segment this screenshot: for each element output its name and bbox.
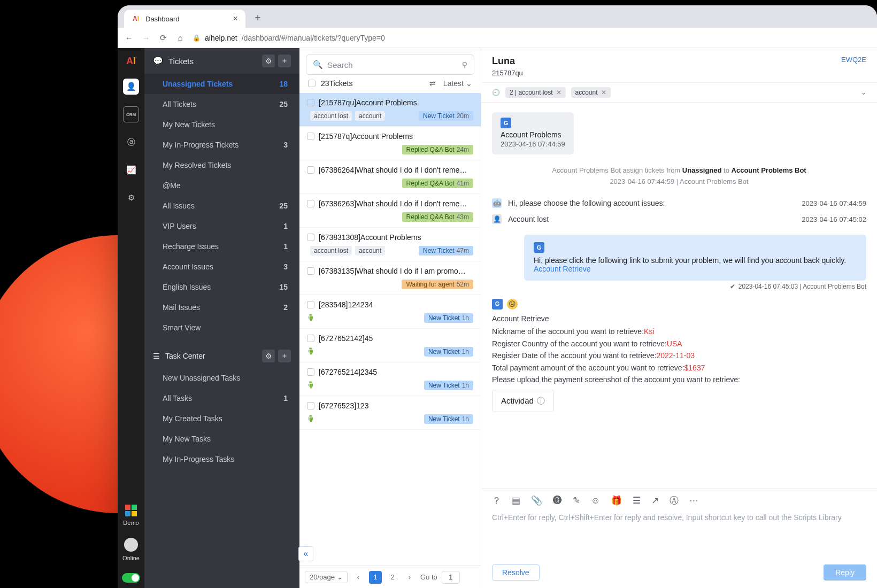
ai-icon[interactable]: Ⓐ [670, 494, 679, 507]
ticket-ref[interactable]: EWQ2E [841, 56, 866, 77]
rail-apps-icon[interactable] [125, 505, 137, 516]
note-icon[interactable]: ▤ [512, 495, 520, 506]
ticket-item[interactable]: [672765214]2345New Ticket1h [299, 362, 481, 396]
pager-page-2[interactable]: 2 [386, 571, 399, 584]
pager-next-icon[interactable]: › [403, 571, 416, 584]
select-all-checkbox[interactable] [308, 80, 316, 87]
ticket-checkbox[interactable] [307, 335, 314, 342]
ticket-item[interactable]: [215787qu]Account Problemsaccount lostac… [299, 93, 481, 127]
ticket-item[interactable]: [67383135]What should I do if I am promo… [299, 261, 481, 295]
sidebar-task-item[interactable]: New Unassigned Tasks [144, 368, 299, 388]
sidebar-item[interactable]: @Me [144, 175, 299, 196]
tickets-settings-icon[interactable]: ⚙ [262, 55, 275, 67]
actividad-chip[interactable]: Actividadⓘ [492, 390, 554, 412]
info-icon: ⓘ [537, 394, 545, 407]
ticket-item[interactable]: [67386264]What should I do if I don't re… [299, 160, 481, 194]
resolve-button[interactable]: Resolve [492, 564, 540, 581]
home-icon[interactable]: ⌂ [175, 33, 185, 42]
tag-remove-icon[interactable]: ✕ [556, 89, 561, 96]
message-text: Hi, please choose the following account … [508, 199, 665, 207]
ticket-checkbox[interactable] [307, 368, 314, 376]
ticket-checkbox[interactable] [307, 267, 314, 275]
sidebar-item[interactable]: All Tickets25 [144, 94, 299, 114]
sidebar-item[interactable]: VIP Users1 [144, 216, 299, 236]
new-tab-icon[interactable]: ＋ [253, 11, 263, 24]
sidebar-item[interactable]: Unassigned Tickets18 [144, 74, 299, 94]
rail-avatar[interactable] [124, 538, 138, 552]
logo: AI [126, 56, 136, 67]
filter-icon[interactable]: ⚲ [462, 60, 467, 69]
help-icon[interactable]: ？ [492, 494, 501, 507]
sidebar-item[interactable]: Mail Issues2 [144, 297, 299, 318]
chevron-down-icon: ⌄ [337, 573, 343, 581]
sidebar-item[interactable]: My New Tickets [144, 114, 299, 135]
chevron-down-icon[interactable]: ⌄ [861, 89, 866, 96]
sidebar: 💬 Tickets ⚙ ＋ Unassigned Tickets18All Ti… [144, 48, 299, 588]
sidebar-item[interactable]: English Issues15 [144, 277, 299, 297]
reload-icon[interactable]: ⟳ [158, 33, 168, 43]
ticket-item[interactable]: [6727652142]45New Ticket1h [299, 329, 481, 362]
task-settings-icon[interactable]: ⚙ [262, 350, 275, 362]
ticket-item[interactable]: [673831308]Account Problemsaccount losta… [299, 228, 481, 261]
collapse-panel-icon[interactable]: « [298, 546, 313, 561]
sidebar-item[interactable]: Recharge Issues1 [144, 236, 299, 257]
ticket-item[interactable]: [67386263]What should I do if I don't re… [299, 194, 481, 228]
pager-prev-icon[interactable]: ‹ [352, 571, 365, 584]
sidebar-task-item[interactable]: My In-Progress Tasks [144, 449, 299, 469]
rail-settings-icon[interactable]: ⚙ [123, 190, 139, 206]
sidebar-item[interactable]: My Resolved Tickets [144, 155, 299, 175]
tickets-add-icon[interactable]: ＋ [278, 55, 291, 67]
compose-textarea[interactable]: Ctrl+Enter for reply, Ctrl+Shift+Enter f… [481, 512, 877, 560]
ticket-checkbox[interactable] [307, 402, 314, 409]
sidebar-item[interactable]: Account Issues3 [144, 257, 299, 277]
rail-crm-icon[interactable]: CRM [123, 106, 139, 122]
rail-users-icon[interactable]: 👤 [123, 79, 139, 95]
task-header-label: Task Center [165, 352, 205, 360]
page-size-select[interactable]: 20/page⌄ [305, 571, 348, 583]
online-toggle[interactable] [122, 573, 140, 583]
card-timestamp: 2023-04-16 07:44:59 [501, 140, 565, 148]
rail-analytics-icon[interactable]: 📈 [123, 162, 139, 178]
tag-chip[interactable]: account✕ [571, 87, 611, 98]
sort-dropdown[interactable]: Latest⌄ [443, 79, 472, 88]
account-retrieve-link[interactable]: Account Retrieve [534, 265, 591, 273]
ticket-item[interactable]: [215787q]Account ProblemsReplied Q&A Bot… [299, 127, 481, 160]
attachment-icon[interactable]: 📎 [531, 495, 542, 506]
search-input[interactable]: 🔍 Search ⚲ [306, 55, 474, 75]
pager-page-1[interactable]: 1 [369, 571, 382, 584]
pager-goto-input[interactable] [442, 571, 460, 584]
sidebar-task-item[interactable]: All Tasks1 [144, 388, 299, 408]
list-icon[interactable]: ☰ [633, 495, 641, 506]
ticket-checkbox[interactable] [307, 200, 314, 207]
emoji-icon[interactable]: ☺ [591, 496, 600, 506]
edit-icon[interactable]: ✎ [573, 495, 580, 506]
forward-icon[interactable]: → [141, 33, 151, 42]
ticket-checkbox[interactable] [307, 133, 314, 140]
share-icon[interactable]: ↗ [651, 495, 659, 506]
reply-button[interactable]: Reply [824, 564, 866, 581]
rail-ai-icon[interactable]: ⓐ [123, 134, 139, 150]
ticket-item[interactable]: [67276523]123New Ticket1h [299, 396, 481, 430]
tag-remove-icon[interactable]: ✕ [601, 89, 606, 96]
ticket-item[interactable]: [283548]124234New Ticket1h [299, 295, 481, 329]
sidebar-item[interactable]: My In-Progress Tickets3 [144, 135, 299, 155]
ticket-checkbox[interactable] [307, 301, 314, 308]
sidebar-item[interactable]: Smart View [144, 318, 299, 338]
sidebar-task-item[interactable]: My New Tasks [144, 429, 299, 449]
ticket-checkbox[interactable] [307, 166, 314, 174]
url-text[interactable]: 🔒 aihelp.net/dashboard/#/manual/tickets/… [193, 34, 385, 42]
more-icon[interactable]: ⋯ [689, 495, 698, 506]
ticket-checkbox[interactable] [307, 234, 314, 241]
url-path: /dashboard/#/manual/tickets/?queryType=0 [242, 34, 385, 42]
gift-icon[interactable]: 🎁 [611, 495, 622, 506]
tag-chip[interactable]: 2 | account lost✕ [505, 87, 566, 98]
shuffle-icon[interactable]: ⇄ [429, 79, 436, 88]
back-icon[interactable]: ← [124, 33, 134, 42]
sidebar-item[interactable]: All Issues25 [144, 196, 299, 216]
ticket-checkbox[interactable] [307, 99, 314, 106]
browser-tab[interactable]: AI Dashboard × [124, 10, 245, 28]
sidebar-task-item[interactable]: My Created Tasks [144, 408, 299, 429]
tab-close-icon[interactable]: × [233, 14, 238, 24]
task-add-icon[interactable]: ＋ [278, 350, 291, 362]
translate-icon[interactable]: 🅖 [553, 496, 562, 506]
